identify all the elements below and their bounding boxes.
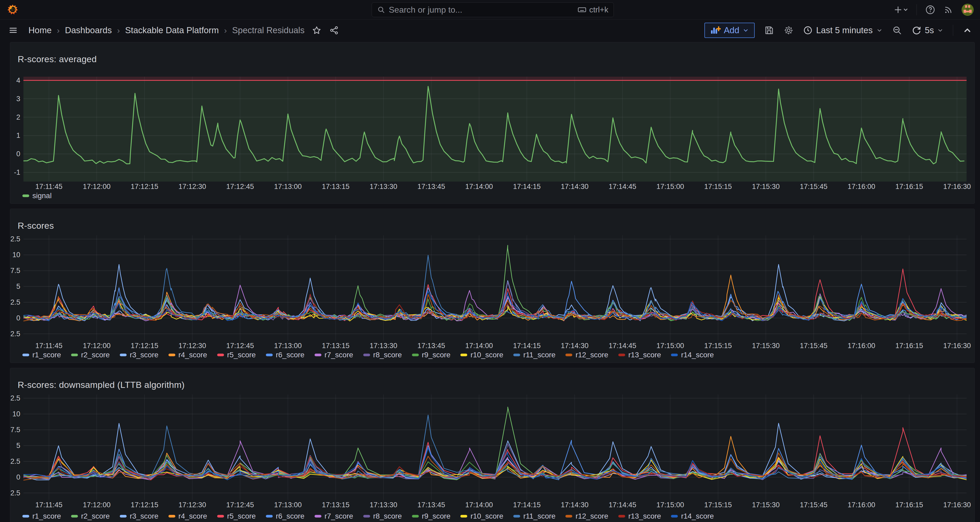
legend-item-r11_score[interactable]: r11_score [513, 351, 555, 359]
svg-text:17:14:30: 17:14:30 [561, 501, 589, 509]
legend-item-r5_score[interactable]: r5_score [217, 351, 256, 359]
svg-text:0: 0 [16, 473, 20, 481]
user-avatar[interactable] [962, 4, 974, 16]
breadcrumb-dashboards[interactable]: Dashboards [65, 25, 112, 35]
svg-text:17:14:45: 17:14:45 [609, 501, 636, 509]
svg-text:17:13:30: 17:13:30 [369, 183, 397, 190]
legend-label: r2_score [81, 512, 110, 520]
legend-item-r13_score[interactable]: r13_score [618, 351, 661, 359]
top-nav-right [894, 0, 974, 19]
save-dashboard-icon[interactable] [764, 25, 774, 35]
legend-item-r7_score[interactable]: r7_score [315, 512, 353, 520]
help-icon[interactable] [925, 5, 935, 15]
svg-text:12.5: 12.5 [10, 235, 20, 243]
breadcrumb-folder[interactable]: Stackable Data Platform [125, 25, 219, 35]
svg-text:12.5: 12.5 [10, 394, 20, 402]
legend-item-r3_score[interactable]: r3_score [120, 351, 159, 359]
search-icon [377, 6, 385, 14]
legend-item-r5_score[interactable]: r5_score [217, 512, 256, 520]
svg-text:17:14:30: 17:14:30 [561, 183, 589, 190]
legend-swatch [315, 354, 321, 356]
timeseries-chart[interactable]: -2.502.557.51012.517:11:4517:12:0017:12:… [10, 368, 974, 522]
svg-text:17:13:00: 17:13:00 [274, 501, 302, 509]
refresh-interval-label[interactable]: 5s [925, 25, 934, 35]
legend-swatch [618, 354, 625, 356]
legend-item-r9_score[interactable]: r9_score [412, 351, 451, 359]
timeseries-chart[interactable]: -10123417:11:4517:12:0017:12:1517:12:301… [10, 42, 974, 203]
legend-swatch [71, 354, 78, 356]
legend-item-r8_score[interactable]: r8_score [363, 351, 402, 359]
legend-item-r12_score[interactable]: r12_score [565, 512, 608, 520]
search-bar[interactable]: ctrl+k [372, 2, 614, 17]
legend-item-r10_score[interactable]: r10_score [460, 512, 503, 520]
legend-item-r2_score[interactable]: r2_score [71, 351, 110, 359]
timeseries-chart[interactable]: -2.502.557.51012.517:11:4517:12:0017:12:… [10, 209, 974, 362]
legend-label: signal [32, 192, 52, 200]
svg-text:17:15:30: 17:15:30 [752, 501, 780, 509]
legend-label: r12_score [576, 512, 608, 520]
legend-item-r14_score[interactable]: r14_score [671, 512, 714, 520]
chevron-down-icon[interactable] [937, 27, 943, 34]
grafana-logo-icon[interactable] [7, 4, 18, 16]
svg-text:17:13:45: 17:13:45 [417, 501, 445, 509]
svg-text:17:11:45: 17:11:45 [35, 501, 62, 509]
refresh-icon[interactable] [912, 25, 921, 35]
svg-text:17:12:30: 17:12:30 [178, 501, 206, 509]
svg-text:17:16:30: 17:16:30 [943, 342, 971, 350]
svg-text:17:13:30: 17:13:30 [369, 501, 397, 509]
divider [916, 4, 917, 15]
legend-item-r14_score[interactable]: r14_score [671, 351, 714, 359]
collapse-up-icon[interactable] [963, 26, 972, 35]
legend-item-r7_score[interactable]: r7_score [315, 351, 353, 359]
svg-text:17:12:45: 17:12:45 [226, 501, 254, 509]
legend-label: r9_score [422, 351, 451, 359]
legend-item-r3_score[interactable]: r3_score [120, 512, 159, 520]
legend-swatch [565, 354, 572, 356]
legend-item-r2_score[interactable]: r2_score [71, 512, 110, 520]
legend-label: r13_score [628, 512, 661, 520]
svg-text:17:15:15: 17:15:15 [704, 183, 732, 190]
menu-icon[interactable] [8, 26, 18, 35]
svg-text:17:12:45: 17:12:45 [226, 183, 254, 190]
legend-item-r1_score[interactable]: r1_score [22, 512, 61, 520]
svg-text:0: 0 [16, 150, 20, 158]
legend-swatch [217, 515, 224, 517]
shortcut-label: ctrl+k [589, 5, 608, 14]
legend-item-r12_score[interactable]: r12_score [565, 351, 608, 359]
legend-item-r6_score[interactable]: r6_score [266, 512, 305, 520]
time-range-picker[interactable]: Last 5 minutes [803, 25, 883, 35]
legend-label: r11_score [523, 512, 555, 520]
share-icon[interactable] [329, 26, 339, 35]
svg-text:4: 4 [16, 77, 20, 84]
legend-item-r13_score[interactable]: r13_score [618, 512, 661, 520]
settings-gear-icon[interactable] [784, 25, 794, 35]
legend-item-r6_score[interactable]: r6_score [266, 351, 305, 359]
zoom-out-icon[interactable] [892, 25, 902, 35]
star-icon[interactable] [312, 26, 321, 35]
add-button[interactable]: Add [705, 23, 755, 38]
svg-text:17:12:00: 17:12:00 [83, 342, 111, 350]
legend-item-r4_score[interactable]: r4_score [169, 512, 207, 520]
svg-text:17:15:45: 17:15:45 [800, 183, 827, 190]
svg-text:10: 10 [13, 410, 20, 418]
svg-text:-1: -1 [14, 168, 20, 176]
legend-item-r8_score[interactable]: r8_score [363, 512, 402, 520]
grafana-app: ctrl+k [0, 0, 980, 522]
new-item-button[interactable] [894, 5, 908, 14]
legend-item-r10_score[interactable]: r10_score [460, 351, 503, 359]
legend-swatch [169, 515, 175, 517]
news-icon[interactable] [944, 5, 953, 14]
svg-text:17:13:00: 17:13:00 [274, 342, 302, 350]
svg-text:17:16:30: 17:16:30 [943, 501, 971, 509]
svg-text:17:15:00: 17:15:00 [657, 342, 684, 350]
search-input[interactable] [389, 5, 574, 15]
legend-label: r4_score [178, 512, 207, 520]
legend-item-r9_score[interactable]: r9_score [412, 512, 451, 520]
legend-item-r11_score[interactable]: r11_score [513, 512, 555, 520]
legend-item-signal[interactable]: signal [22, 192, 52, 200]
legend-swatch [460, 515, 467, 517]
legend-item-r1_score[interactable]: r1_score [22, 351, 61, 359]
breadcrumb-home[interactable]: Home [29, 25, 52, 35]
svg-text:17:16:00: 17:16:00 [848, 342, 875, 350]
legend-item-r4_score[interactable]: r4_score [169, 351, 207, 359]
